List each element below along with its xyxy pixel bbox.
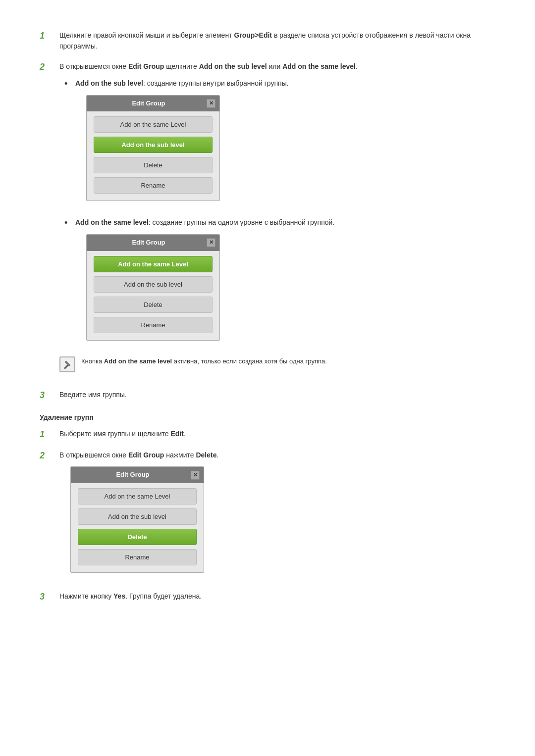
note-text: Кнопка Add on the same level активна, то… <box>81 356 327 367</box>
dialog-1-titlebar: Edit Group ✕ <box>87 96 219 112</box>
dialog-1-btn-same-level[interactable]: Add on the same Level <box>94 116 213 133</box>
step-2-text-end: . <box>356 62 358 70</box>
s2-step-3: 3 Нажмите кнопку Yes. Группа будет удале… <box>40 591 485 603</box>
bullet-dot-1: • <box>64 78 70 90</box>
step-1-text: Щелкните правой кнопкой мыши и выберите … <box>59 30 485 52</box>
step-2-text-middle: щелкните <box>164 62 199 70</box>
pencil-icon <box>62 359 72 369</box>
dialog-2-close-button[interactable]: ✕ <box>207 238 215 247</box>
s2-step-3-end: . Группа будет удалена. <box>125 592 202 600</box>
step-3: 3 Введите имя группы. <box>40 389 485 402</box>
section-2-heading: Удаление групп <box>40 413 485 421</box>
bullet-2-colon: : создание группы на одном уровне с выбр… <box>149 218 334 226</box>
s2-step-3-bold-yes: Yes <box>113 592 125 600</box>
s2-step-number-3: 3 <box>40 591 52 603</box>
dialog-container-3: Edit Group ✕ Add on the same Level Add o… <box>70 466 485 573</box>
bullet-1-content: Add on the sub level: создание группы вн… <box>75 78 485 210</box>
bullet-list-1: • Add on the sub level: создание группы … <box>59 78 485 349</box>
s2-step-1-text-before: Выберите имя группы и щелкните <box>59 430 171 438</box>
s2-step-2-end: . <box>216 451 218 459</box>
step-3-text: Введите имя группы. <box>59 389 485 400</box>
bullet-2-label: Add on the same level <box>75 218 149 226</box>
step-number-1: 1 <box>40 30 52 42</box>
s2-step-2-before: В открывшемся окне <box>59 451 128 459</box>
dialog-1-body: Add on the same Level Add on the sub lev… <box>87 111 219 201</box>
svg-marker-1 <box>63 368 64 369</box>
steps-list-1: 1 Щелкните правой кнопкой мыши и выберит… <box>40 30 485 402</box>
main-content: 1 Щелкните правой кнопкой мыши и выберит… <box>40 30 485 603</box>
s2-step-2-middle: нажмите <box>164 451 196 459</box>
s2-step-1-text-end: . <box>184 430 186 438</box>
step-1: 1 Щелкните правой кнопкой мыши и выберит… <box>40 30 485 52</box>
dialog-2-btn-sub-level[interactable]: Add on the sub level <box>94 276 213 293</box>
steps-list-2: 1 Выберите имя группы и щелкните Edit. 2… <box>40 428 485 604</box>
dialog-3-btn-rename[interactable]: Rename <box>78 549 197 565</box>
bullet-item-same: • Add on the same level: создание группы… <box>64 217 485 349</box>
bullet-1-text: Add on the sub level: создание группы вн… <box>75 78 485 89</box>
edit-group-dialog-2: Edit Group ✕ Add on the same Level Add o… <box>86 234 220 341</box>
bullet-2-text: Add on the same level: создание группы н… <box>75 217 485 228</box>
bullet-item-sub: • Add on the sub level: создание группы … <box>64 78 485 210</box>
dialog-3-title: Edit Group <box>75 470 191 480</box>
s2-step-3-before: Нажмите кнопку <box>59 592 113 600</box>
edit-group-dialog-3: Edit Group ✕ Add on the same Level Add o… <box>70 466 204 573</box>
dialog-3-body: Add on the same Level Add on the sub lev… <box>71 483 204 572</box>
bullet-dot-2: • <box>64 217 70 229</box>
dialog-2-title: Edit Group <box>91 238 207 248</box>
note-bold-same-level: Add on the same level <box>104 357 172 365</box>
dialog-3-close-button[interactable]: ✕ <box>191 471 200 480</box>
s2-step-number-1: 1 <box>40 428 52 441</box>
bullet-2-content: Add on the same level: создание группы н… <box>75 217 485 349</box>
dialog-container-1: Edit Group ✕ Add on the same Level Add o… <box>86 95 485 202</box>
s2-step-number-2: 2 <box>40 450 52 462</box>
dialog-2-btn-delete[interactable]: Delete <box>94 297 213 313</box>
step-2-bold-edit-group: Edit Group <box>128 62 164 70</box>
dialog-1-btn-delete[interactable]: Delete <box>94 157 213 173</box>
dialog-2-body: Add on the same Level Add on the sub lev… <box>87 251 219 340</box>
note-icon <box>59 356 75 372</box>
dialog-1-title: Edit Group <box>91 99 207 109</box>
step-1-text-before: Щелкните правой кнопкой мыши и выберите … <box>59 31 234 39</box>
s2-step-3-text: Нажмите кнопку Yes. Группа будет удалена… <box>59 591 485 602</box>
step-number-2: 2 <box>40 61 52 73</box>
s2-step-2-bold-edit-group: Edit Group <box>128 451 164 459</box>
s2-step-1-text: Выберите имя группы и щелкните Edit. <box>59 428 485 439</box>
step-2: 2 В открывшемся окне Edit Group щелкните… <box>40 61 485 380</box>
bullet-1-label: Add on the sub level <box>75 79 143 87</box>
dialog-3-btn-sub-level[interactable]: Add on the sub level <box>78 508 197 525</box>
step-2-text-or: или <box>267 62 283 70</box>
dialog-2-btn-same-level[interactable]: Add on the same Level <box>94 256 213 272</box>
step-number-3: 3 <box>40 389 52 402</box>
dialog-1-close-button[interactable]: ✕ <box>207 99 215 108</box>
bullet-1-colon: : создание группы внутри выбранной групп… <box>143 79 289 87</box>
dialog-3-titlebar: Edit Group ✕ <box>71 467 204 483</box>
dialog-2-btn-rename[interactable]: Rename <box>94 317 213 333</box>
s2-step-1-bold-edit: Edit <box>171 430 184 438</box>
s2-step-2-content: В открывшемся окне Edit Group нажмите De… <box>59 450 485 582</box>
step-2-text: В открывшемся окне Edit Group щелкните A… <box>59 61 485 72</box>
step-2-bold-add-same: Add on the same level <box>282 62 356 70</box>
dialog-1-btn-sub-level[interactable]: Add on the sub level <box>94 137 213 153</box>
step-2-text-before: В открывшемся окне <box>59 62 128 70</box>
dialog-3-btn-delete[interactable]: Delete <box>78 529 197 545</box>
s2-step-2-text: В открывшемся окне Edit Group нажмите De… <box>59 450 485 460</box>
dialog-container-2: Edit Group ✕ Add on the same Level Add o… <box>86 234 485 341</box>
s2-step-1: 1 Выберите имя группы и щелкните Edit. <box>40 428 485 441</box>
note-box: Кнопка Add on the same level активна, то… <box>59 356 485 372</box>
dialog-2-titlebar: Edit Group ✕ <box>87 235 219 251</box>
step-2-content: В открывшемся окне Edit Group щелкните A… <box>59 61 485 380</box>
dialog-3-btn-same-level[interactable]: Add on the same Level <box>78 488 197 504</box>
s2-step-2: 2 В открывшемся окне Edit Group нажмите … <box>40 450 485 582</box>
dialog-1-btn-rename[interactable]: Rename <box>94 177 213 194</box>
step-2-bold-add-sub: Add on the sub level <box>199 62 267 70</box>
s2-step-2-bold-delete: Delete <box>196 451 216 459</box>
edit-group-dialog-1: Edit Group ✕ Add on the same Level Add o… <box>86 95 220 202</box>
step-1-bold-group-edit: Group>Edit <box>234 31 272 39</box>
